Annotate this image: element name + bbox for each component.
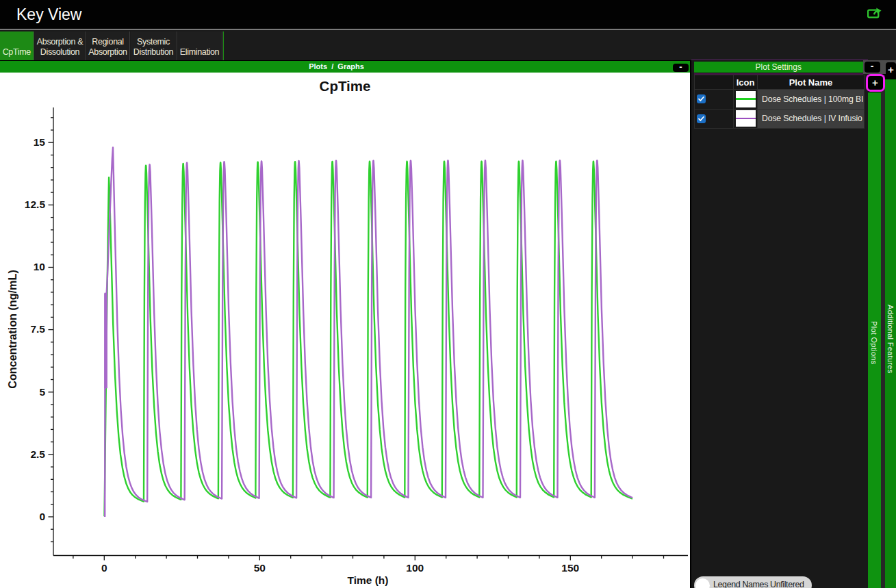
svg-text:10: 10 [34, 261, 45, 272]
svg-text:0: 0 [39, 510, 45, 522]
svg-text:12.5: 12.5 [25, 199, 46, 210]
svg-text:Time (h): Time (h) [348, 574, 389, 586]
svg-text:7.5: 7.5 [30, 323, 45, 335]
svg-text:Concentration (ng/mL): Concentration (ng/mL) [6, 270, 18, 389]
svg-text:2.5: 2.5 [30, 448, 45, 459]
svg-text:15: 15 [34, 136, 46, 148]
svg-text:50: 50 [254, 561, 266, 573]
svg-text:100: 100 [406, 561, 424, 573]
svg-text:5: 5 [39, 385, 45, 397]
svg-text:150: 150 [561, 561, 579, 573]
svg-text:CpTime: CpTime [320, 78, 371, 94]
svg-text:0: 0 [101, 561, 107, 573]
